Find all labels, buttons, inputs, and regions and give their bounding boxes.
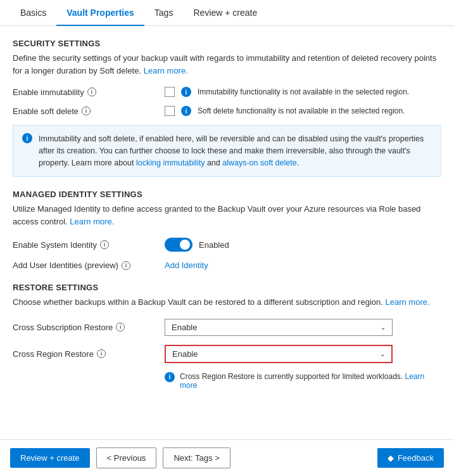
always-on-soft-delete-link[interactable]: always-on soft delete (222, 158, 296, 167)
managed-identity-learn-more-link[interactable]: Learn more. (70, 217, 114, 226)
system-identity-toggle[interactable] (165, 238, 192, 252)
managed-identity-desc: Utilize Managed Identity to define acces… (13, 203, 441, 228)
security-info-box: i Immutability and soft delete, if enabl… (13, 125, 441, 177)
managed-identity-heading: MANAGED IDENTITY SETTINGS (13, 190, 441, 199)
restore-settings-heading: RESTORE SETTINGS (13, 283, 441, 292)
cross-subscription-control: Enable ⌄ (165, 319, 393, 336)
info-box-icon: i (22, 133, 32, 143)
add-user-identities-row: Add User Identities (preview) i Add Iden… (13, 261, 441, 270)
cross-region-control: Enable ⌄ (165, 345, 393, 363)
feedback-icon: ◆ (388, 453, 394, 463)
cross-subscription-select[interactable]: Enable ⌄ (165, 319, 393, 336)
restore-learn-more-link[interactable]: Learn more. (386, 297, 430, 307)
enable-system-identity-control: Enabled (165, 238, 229, 252)
cross-subscription-label: Cross Subscription Restore i (13, 323, 165, 332)
enable-immutability-help-icon[interactable]: i (87, 87, 96, 96)
enable-immutability-label: Enable immutability i (13, 87, 165, 97)
add-user-identities-control: Add Identity (165, 261, 208, 270)
enable-system-identity-row: Enable System Identity i Enabled (13, 238, 441, 252)
cross-region-select[interactable]: Enable ⌄ (165, 345, 393, 363)
cross-region-row: Cross Region Restore i Enable ⌄ (13, 345, 441, 363)
cross-region-label: Cross Region Restore i (13, 349, 165, 359)
add-user-identities-label: Add User Identities (preview) i (13, 261, 165, 270)
locking-immutability-link[interactable]: locking immutability (136, 158, 205, 167)
security-settings-section: SECURITY SETTINGS Define the security se… (13, 39, 441, 177)
immutability-info-icon: i (181, 87, 191, 97)
previous-button[interactable]: < Previous (96, 447, 157, 468)
next-tags-button[interactable]: Next: Tags > (163, 447, 230, 468)
soft-delete-info-icon: i (181, 106, 191, 116)
tab-review-create[interactable]: Review + create (183, 0, 267, 25)
enable-immutability-row: Enable immutability i i Immutability fun… (13, 87, 441, 97)
cross-region-info-note: i Cross Region Restore is currently supp… (165, 372, 441, 390)
tab-vault-properties[interactable]: Vault Properties (56, 0, 144, 25)
enable-immutability-control: i Immutability functionality is not avai… (165, 87, 409, 97)
managed-identity-section: MANAGED IDENTITY SETTINGS Utilize Manage… (13, 190, 441, 270)
enable-soft-delete-row: Enable soft delete i i Soft delete funct… (13, 106, 441, 116)
cross-region-help-icon[interactable]: i (97, 349, 106, 358)
cross-region-chevron-icon: ⌄ (380, 351, 385, 357)
cross-subscription-row: Cross Subscription Restore i Enable ⌄ (13, 319, 441, 336)
enable-soft-delete-control: i Soft delete functionality is not avail… (165, 106, 405, 116)
user-identities-help-icon[interactable]: i (122, 261, 130, 270)
security-settings-desc: Define the security settings of your bac… (13, 52, 441, 77)
enable-immutability-checkbox[interactable] (165, 87, 175, 97)
cross-subscription-chevron-icon: ⌄ (381, 324, 386, 331)
tab-bar: Basics Vault Properties Tags Review + cr… (0, 0, 454, 26)
enable-soft-delete-help-icon[interactable]: i (82, 106, 91, 115)
security-settings-heading: SECURITY SETTINGS (13, 39, 441, 48)
bottom-bar: Review + create < Previous Next: Tags > … (0, 439, 454, 476)
system-identity-help-icon[interactable]: i (100, 240, 109, 249)
enable-system-identity-label: Enable System Identity i (13, 240, 165, 250)
security-learn-more-link[interactable]: Learn more. (144, 66, 188, 75)
review-create-button[interactable]: Review + create (10, 448, 90, 468)
tab-tags[interactable]: Tags (144, 0, 184, 25)
restore-settings-desc: Choose whether backups within a Backup V… (13, 296, 441, 309)
feedback-button[interactable]: ◆ Feedback (377, 448, 444, 468)
cross-subscription-help-icon[interactable]: i (116, 323, 125, 331)
restore-settings-section: RESTORE SETTINGS Choose whether backups … (13, 283, 441, 390)
enable-soft-delete-label: Enable soft delete i (13, 106, 165, 116)
enable-soft-delete-checkbox[interactable] (165, 106, 175, 116)
main-content: SECURITY SETTINGS Define the security se… (0, 26, 454, 453)
add-identity-link[interactable]: Add Identity (165, 261, 208, 270)
cross-region-note-icon: i (165, 372, 175, 382)
tab-basics[interactable]: Basics (10, 0, 56, 25)
